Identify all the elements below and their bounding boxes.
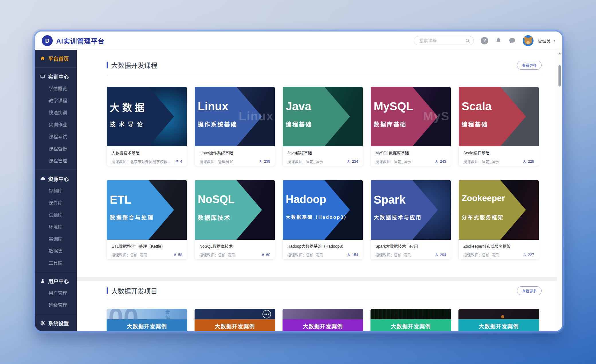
course-card-caption: Linux操作系统基础授课教师：管理员10239 xyxy=(195,146,275,164)
desktop-background: D AI实训管理平台 ? 管理员 ▾ xyxy=(0,0,596,364)
sidebar-divider xyxy=(35,272,77,272)
sidebar-subitem-用户管理[interactable]: 用户管理 xyxy=(35,287,77,299)
student-count-value: 228 xyxy=(528,159,534,164)
course-card-image: Zookeeper分布式服务框架 xyxy=(459,180,539,240)
window-body: 平台首页实训中心学情概览教学课程快速实训实训作业课程考试课程备份课程管理资源中心… xyxy=(35,50,562,331)
sidebar-subitem-学情概览[interactable]: 学情概览 xyxy=(35,83,77,95)
project-card[interactable]: 大数据开发案例 xyxy=(283,309,363,331)
user-name[interactable]: 管理员 xyxy=(538,38,550,44)
sidebar-item-实训中心[interactable]: 实训中心 xyxy=(35,70,77,83)
sidebar-subitem-试题库[interactable]: 试题库 xyxy=(35,209,77,221)
user-avatar[interactable] xyxy=(523,35,534,46)
course-card[interactable]: NoSQL数据库技术NoSQL数据库技术授课教师：售前_演示60 xyxy=(195,180,275,259)
course-card-meta: 授课教师：售前_演示294 xyxy=(375,252,446,257)
scroll-up-arrow[interactable] xyxy=(558,52,561,54)
message-icon[interactable] xyxy=(509,37,516,44)
course-card-image: ETL数据整合与处理 xyxy=(107,180,187,240)
student-count: 227 xyxy=(523,253,534,257)
course-card-meta: 授课教师：管理员10239 xyxy=(199,159,270,164)
sidebar-subitem-课件库[interactable]: 课件库 xyxy=(35,197,77,209)
course-card[interactable]: Hadoop大数据基础（Hadoop3）Hadoop大数据基础（Hadoop3）… xyxy=(283,180,363,259)
course-card-caption: Zookeeper分布式服务框架授课教师：售前_演示227 xyxy=(459,240,539,257)
title-accent-bar xyxy=(107,62,108,68)
course-card[interactable]: Spark大数据技术与应用Spark大数据技术与应用授课教师：售前_演示294 xyxy=(370,180,451,259)
course-card-meta: 授课教师：售前_演示234 xyxy=(287,159,358,164)
view-more-projects-button[interactable]: 查看更多 xyxy=(517,286,542,295)
title-accent-bar xyxy=(107,287,108,294)
course-banner-subtitle: 操作系统基础 xyxy=(198,120,237,128)
course-banner-subtitle: 大数据基础（Hadoop3） xyxy=(286,213,349,220)
course-banner-subtitle: 编程基础 xyxy=(462,120,488,128)
project-card-image: 大数据开发案例 xyxy=(370,309,451,331)
course-card-title: MySQL数据库基础 xyxy=(375,150,446,156)
project-card[interactable]: 00壹佰大数据开发案例 xyxy=(107,309,187,331)
course-banner-arrow xyxy=(283,87,350,146)
sidebar-item-label: 平台首页 xyxy=(48,55,69,62)
student-count-value: 154 xyxy=(352,253,358,257)
course-card[interactable]: Scala编程基础Scala编程基础授课教师：售前_演示228 xyxy=(458,86,539,166)
course-banner-title: Zookeeper xyxy=(462,193,505,203)
project-card[interactable]: •••大数据开发案例 xyxy=(195,309,275,331)
sidebar-subitem-数据集[interactable]: 数据集 xyxy=(35,245,77,257)
teacher-label: 授课教师：售前_演示 xyxy=(287,159,344,164)
course-banner-title: Hadoop xyxy=(286,193,326,206)
chevron-down-icon[interactable]: ▾ xyxy=(553,38,555,43)
view-more-courses-button[interactable]: 查看更多 xyxy=(517,61,542,70)
scrollbar-thumb[interactable] xyxy=(558,65,561,86)
course-card[interactable]: LinuxLinux操作系统基础Linux操作系统基础授课教师：管理员10239 xyxy=(195,86,275,166)
project-card[interactable]: 大数据开发案例 xyxy=(370,309,451,331)
main-content: 大数据开发课程 查看更多 大 数 据技 术 导 论大数据技术基础授课教师：北京市… xyxy=(77,50,562,331)
sidebar-item-资源中心[interactable]: 资源中心 xyxy=(35,172,77,185)
sidebar-subitem-教学课程[interactable]: 教学课程 xyxy=(35,95,77,107)
help-icon[interactable]: ? xyxy=(481,37,488,44)
sidebar-divider xyxy=(35,67,77,68)
bell-icon[interactable] xyxy=(495,37,502,44)
search-box[interactable] xyxy=(414,36,474,45)
course-card[interactable]: MySMySQL数据库基础MySQL数据库基础授课教师：售前_演示243 xyxy=(370,86,451,166)
course-card[interactable]: Java编程基础Java编程基础授课教师：售前_演示234 xyxy=(283,86,363,166)
course-card-title: Java编程基础 xyxy=(287,150,358,156)
course-card-caption: Scala编程基础授课教师：售前_演示228 xyxy=(459,146,539,164)
person-icon xyxy=(523,253,527,257)
sidebar-subitem-环境库[interactable]: 环境库 xyxy=(35,221,77,233)
course-card-meta: 授课教师：北京市对外贸易学校教...4 xyxy=(111,159,182,164)
sidebar-item-平台首页[interactable]: 平台首页 xyxy=(35,52,77,65)
course-card-title: NoSQL数据库技术 xyxy=(199,243,270,249)
sidebar-subitem-快速实训[interactable]: 快速实训 xyxy=(35,107,77,119)
course-banner-title: NoSQL xyxy=(198,193,235,206)
sidebar-subitem-课程管理[interactable]: 课程管理 xyxy=(35,155,77,167)
search-icon[interactable] xyxy=(465,38,470,43)
header-actions: ? 管理员 ▾ xyxy=(414,35,555,46)
course-card[interactable]: 大 数 据技 术 导 论大数据技术基础授课教师：北京市对外贸易学校教...4 xyxy=(107,86,187,166)
project-card[interactable]: 大数据开发案例 xyxy=(458,309,539,331)
search-input[interactable] xyxy=(419,38,465,43)
person-icon xyxy=(523,160,527,164)
course-banner-subtitle: 分布式服务框架 xyxy=(462,213,504,221)
course-banner-title: Linux xyxy=(198,100,228,113)
sidebar-item-label: 资源中心 xyxy=(48,175,69,182)
sidebar-nav: 平台首页实训中心学情概览教学课程快速实训实训作业课程考试课程备份课程管理资源中心… xyxy=(35,50,77,331)
course-card-image: Java编程基础 xyxy=(283,87,363,146)
sidebar-subitem-工具库[interactable]: 工具库 xyxy=(35,257,77,269)
course-card[interactable]: ETL数据整合与处理ETL数据整合与处理（Kettle）授课教师：售前_演示58 xyxy=(107,180,187,259)
sidebar-subitem-实训库[interactable]: 实训库 xyxy=(35,233,77,245)
teacher-label: 授课教师：北京市对外贸易学校教... xyxy=(111,159,173,164)
teacher-label: 授课教师：售前_演示 xyxy=(463,159,520,164)
sidebar-subitem-班级管理[interactable]: 班级管理 xyxy=(35,299,77,311)
sidebar-subitem-视频库[interactable]: 视频库 xyxy=(35,185,77,197)
course-card-meta: 授课教师：售前_演示154 xyxy=(287,252,358,257)
project-card-image: 00壹佰大数据开发案例 xyxy=(107,309,187,331)
sidebar-subitem-课程备份[interactable]: 课程备份 xyxy=(35,143,77,155)
course-card-title: ETL数据整合与处理（Kettle） xyxy=(111,243,182,249)
course-card-image: Scala编程基础 xyxy=(459,87,539,146)
content-scrollbar[interactable] xyxy=(557,50,562,331)
project-card-image: 大数据开发案例 xyxy=(283,309,363,331)
sidebar-subitem-实训作业[interactable]: 实训作业 xyxy=(35,119,77,131)
sidebar-item-用户中心[interactable]: 用户中心 xyxy=(35,275,77,287)
course-card[interactable]: Zookeeper分布式服务框架Zookeeper分布式服务框架授课教师：售前_… xyxy=(458,180,539,259)
teacher-label: 授课教师：管理员10 xyxy=(199,159,256,164)
app-logo: D xyxy=(42,35,53,46)
sidebar-subitem-课程考试[interactable]: 课程考试 xyxy=(35,131,77,143)
course-card-image: Hadoop大数据基础（Hadoop3） xyxy=(283,180,363,240)
sidebar-item-系统设置[interactable]: 系统设置 xyxy=(35,317,77,329)
